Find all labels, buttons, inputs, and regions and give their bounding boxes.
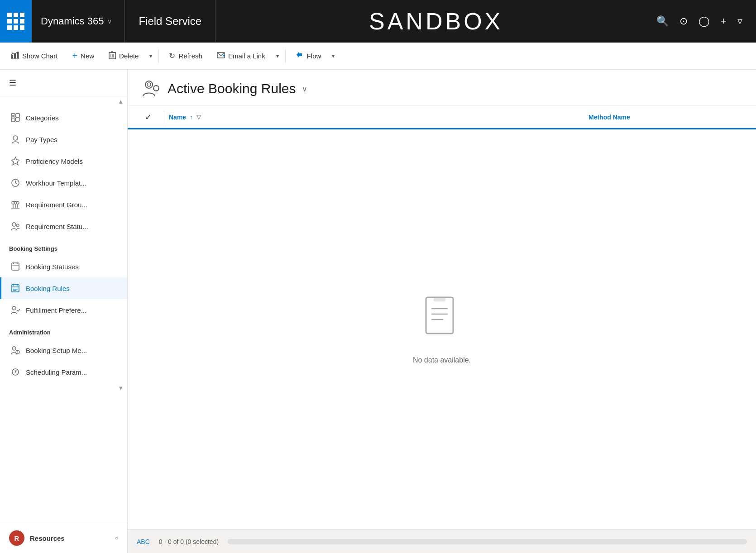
email-link-dropdown[interactable]: ▾ bbox=[273, 49, 282, 63]
dynamics-chevron[interactable]: ∨ bbox=[107, 18, 112, 25]
title-chevron[interactable]: ∨ bbox=[302, 85, 307, 93]
target-icon[interactable]: ⊙ bbox=[679, 15, 688, 27]
hamburger-button[interactable]: ☰ bbox=[0, 70, 127, 96]
col-name-label: Name bbox=[169, 114, 186, 121]
proficiency-icon bbox=[10, 156, 20, 166]
record-count: 0 - 0 of 0 (0 selected) bbox=[159, 538, 219, 545]
add-icon[interactable]: + bbox=[721, 15, 727, 27]
delete-button[interactable]: Delete bbox=[102, 47, 145, 65]
col-method-label: Method Name bbox=[589, 114, 630, 121]
email-link-label: Email a Link bbox=[228, 52, 265, 60]
sidebar-item-booking-statuses[interactable]: Booking Statuses bbox=[0, 256, 127, 277]
waffle-button[interactable] bbox=[0, 0, 32, 43]
filter-icon[interactable]: ▿ bbox=[737, 15, 742, 27]
filter-icon[interactable]: ▽ bbox=[196, 114, 201, 120]
booking-settings-header: Booking Settings bbox=[0, 237, 127, 256]
administration-header: Administration bbox=[0, 321, 127, 339]
svg-rect-0 bbox=[11, 55, 13, 58]
lightbulb-icon[interactable]: ◯ bbox=[699, 15, 710, 27]
delete-dropdown[interactable]: ▾ bbox=[147, 49, 155, 63]
pay-types-icon bbox=[10, 134, 20, 144]
svg-rect-35 bbox=[12, 263, 19, 270]
dynamics-label: Dynamics 365 bbox=[41, 15, 104, 27]
sidebar-item-scheduling[interactable]: Scheduling Param... bbox=[0, 361, 127, 383]
sidebar-scroll: ▲ Categories bbox=[0, 96, 127, 523]
booking-statuses-icon bbox=[10, 262, 20, 272]
refresh-button[interactable]: ↻ Refresh bbox=[163, 48, 209, 64]
sidebar-item-pay-types[interactable]: Pay Types bbox=[0, 129, 127, 150]
refresh-label: Refresh bbox=[178, 52, 202, 60]
flow-label: Flow bbox=[307, 52, 321, 60]
svg-marker-21 bbox=[11, 157, 19, 165]
sidebar-item-workhour[interactable]: Workhour Templat... bbox=[0, 172, 127, 194]
dynamics-nav[interactable]: Dynamics 365 ∨ bbox=[32, 0, 125, 43]
nav-icons: 🔍 ⊙ ◯ + ▿ bbox=[656, 15, 756, 27]
flow-icon bbox=[296, 51, 304, 61]
sort-icon[interactable]: ↑ bbox=[190, 114, 193, 120]
svg-rect-63 bbox=[434, 297, 445, 301]
table-header: ✓ Name ↑ ▽ Method Name bbox=[128, 106, 756, 129]
horizontal-scrollbar[interactable] bbox=[228, 539, 747, 544]
module-nav: Field Service bbox=[125, 0, 215, 43]
content-header: Active Booking Rules ∨ bbox=[128, 70, 756, 106]
page-title: Active Booking Rules bbox=[167, 81, 296, 96]
select-all-check[interactable]: ✓ bbox=[137, 112, 159, 122]
req-groups-icon bbox=[10, 200, 20, 210]
new-label: New bbox=[81, 52, 94, 60]
new-button[interactable]: + New bbox=[66, 47, 100, 65]
flow-button[interactable]: Flow bbox=[289, 47, 328, 65]
empty-icon bbox=[421, 295, 462, 349]
booking-rules-icon bbox=[10, 283, 20, 293]
req-statuses-icon bbox=[10, 221, 20, 231]
svg-point-45 bbox=[12, 306, 16, 310]
sidebar-item-categories[interactable]: Categories bbox=[0, 107, 127, 129]
sidebar-item-req-statuses[interactable]: Requirement Statu... bbox=[0, 215, 127, 237]
email-link-button[interactable]: Email a Link bbox=[211, 48, 272, 64]
top-nav: Dynamics 365 ∨ Field Service SANDBOX 🔍 ⊙… bbox=[0, 0, 756, 43]
col-method-header[interactable]: Method Name bbox=[589, 114, 747, 121]
col-name-header[interactable]: Name ↑ ▽ bbox=[169, 114, 589, 121]
workhour-label: Workhour Templat... bbox=[26, 179, 86, 187]
req-statuses-label: Requirement Statu... bbox=[26, 223, 88, 230]
svg-rect-2 bbox=[17, 52, 19, 58]
sandbox-label: SANDBOX bbox=[215, 8, 656, 35]
empty-state: No data available. bbox=[128, 129, 756, 529]
svg-point-52 bbox=[145, 81, 153, 88]
flow-dropdown[interactable]: ▾ bbox=[329, 49, 337, 63]
booking-statuses-label: Booking Statuses bbox=[26, 263, 79, 271]
sidebar-item-booking-rules[interactable]: Booking Rules bbox=[0, 277, 127, 299]
email-icon bbox=[217, 52, 225, 61]
new-icon: + bbox=[72, 51, 77, 61]
sidebar-item-proficiency[interactable]: Proficiency Models bbox=[0, 150, 127, 172]
table-area: ✓ Name ↑ ▽ Method Name bbox=[128, 106, 756, 529]
svg-point-46 bbox=[12, 347, 16, 350]
scroll-down-icon[interactable]: ▼ bbox=[118, 385, 124, 391]
resources-label: Resources bbox=[30, 534, 110, 542]
bottom-bar: ABC 0 - 0 of 0 (0 selected) bbox=[128, 529, 756, 553]
show-chart-button[interactable]: Show Chart bbox=[5, 47, 64, 65]
svg-point-19 bbox=[15, 117, 20, 122]
sidebar-item-fulfillment[interactable]: Fulfillment Prefere... bbox=[0, 299, 127, 321]
main-layout: ☰ ▲ Categories bbox=[0, 70, 756, 553]
resources-nav[interactable]: R Resources ○ bbox=[0, 523, 127, 553]
sidebar-item-req-groups[interactable]: Requirement Grou... bbox=[0, 194, 127, 215]
sidebar-item-booking-setup[interactable]: Booking Setup Me... bbox=[0, 339, 127, 361]
delete-icon bbox=[109, 51, 116, 61]
separator-2 bbox=[285, 49, 286, 63]
abc-button[interactable]: ABC bbox=[137, 538, 150, 545]
req-groups-label: Requirement Grou... bbox=[26, 201, 87, 209]
resources-chevron: ○ bbox=[115, 535, 118, 541]
sidebar: ☰ ▲ Categories bbox=[0, 70, 128, 553]
resources-avatar: R bbox=[9, 530, 24, 546]
toolbar: Show Chart + New Delete ▾ ↻ Refresh bbox=[0, 43, 756, 70]
proficiency-label: Proficiency Models bbox=[26, 157, 83, 165]
scheduling-label: Scheduling Param... bbox=[26, 368, 87, 376]
svg-rect-18 bbox=[16, 114, 19, 117]
categories-icon bbox=[10, 113, 20, 123]
svg-point-20 bbox=[13, 136, 18, 140]
booking-setup-label: Booking Setup Me... bbox=[26, 347, 87, 354]
col-divider-1 bbox=[164, 111, 164, 124]
refresh-icon: ↻ bbox=[169, 51, 175, 61]
scroll-up-icon[interactable]: ▲ bbox=[118, 98, 124, 105]
search-icon[interactable]: 🔍 bbox=[656, 15, 669, 27]
